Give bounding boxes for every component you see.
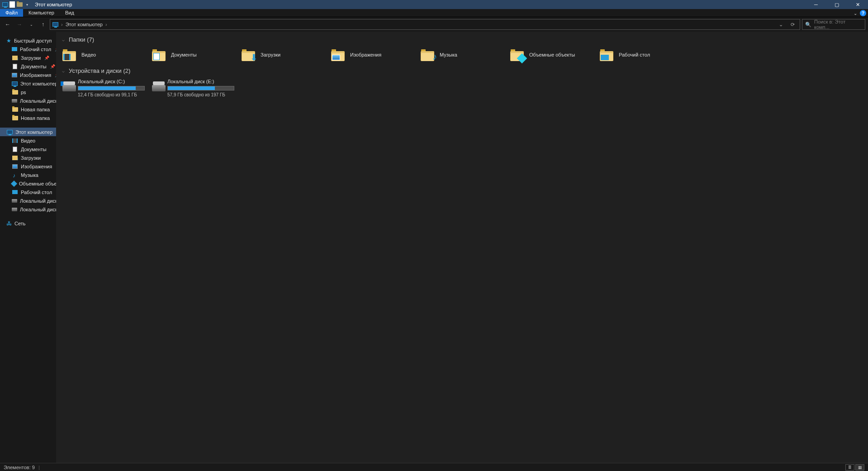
tree-this-pc[interactable]: Этот компьютер — [0, 128, 56, 136]
drive-icon — [12, 98, 17, 104]
tree-item[interactable]: Этот компьютер — [0, 79, 56, 88]
tree-item[interactable]: Документы — [0, 145, 56, 153]
qat-newfolder-icon[interactable] — [16, 1, 23, 8]
tree-item[interactable]: Документы 📌 — [0, 62, 56, 71]
tree-label: Изображения — [20, 72, 51, 78]
folder-item[interactable]: Объемные объекты — [507, 46, 596, 64]
folder-label: Музыка — [440, 52, 457, 57]
pin-icon: 📌 — [50, 64, 55, 69]
chevron-down-icon[interactable]: ⌵ — [61, 37, 66, 42]
folder-item[interactable]: ♪ Музыка — [417, 46, 507, 64]
folder-item[interactable]: Изображения — [327, 46, 417, 64]
close-button[interactable]: ✕ — [847, 0, 868, 9]
folder-item[interactable]: ⬇ Загрузки — [238, 46, 327, 64]
recent-dropdown-icon[interactable]: ⌄ — [26, 19, 36, 29]
drive-free-text: 12,4 ГБ свободно из 99,1 ГБ — [78, 92, 145, 97]
view-large-button[interactable]: ▦ — [855, 464, 864, 471]
group-drives-header[interactable]: ⌵ Устройства и диски (2) — [59, 66, 868, 77]
folder-label: Рабочий стол — [619, 52, 650, 57]
tree-label: Изображения — [21, 164, 52, 169]
address-dropdown-icon[interactable]: ⌄ — [775, 19, 786, 29]
group-folders-header[interactable]: ⌵ Папки (7) — [59, 34, 868, 46]
folder-icon — [12, 115, 18, 121]
pic-icon — [12, 72, 17, 78]
refresh-icon[interactable]: ⟳ — [787, 19, 798, 29]
chevron-down-icon[interactable]: ⌵ — [61, 68, 66, 73]
menu-computer[interactable]: Компьютер — [23, 9, 60, 17]
tree-label: Загрузки — [21, 55, 41, 61]
video-icon — [12, 138, 18, 144]
tree-label: Локальный диск (E — [20, 207, 56, 212]
chevron-right-icon[interactable]: › — [61, 22, 63, 27]
qat-properties-icon[interactable] — [9, 1, 15, 8]
search-placeholder: Поиск в: Этот комп... — [814, 19, 862, 30]
star-icon: ★ — [6, 38, 11, 44]
tree-item[interactable]: Изображения — [0, 162, 56, 171]
tree-item[interactable]: Новая папка — [0, 105, 56, 114]
download-icon — [12, 55, 18, 61]
drive-icon — [152, 81, 163, 92]
tree-item[interactable]: Загрузки 📌 — [0, 53, 56, 62]
monitor-icon — [12, 81, 18, 87]
ribbon-expand-icon[interactable]: ⌄ — [854, 11, 857, 16]
tree-item[interactable]: Новая папка — [0, 114, 56, 122]
folder-icon — [12, 89, 18, 95]
tree-label: Рабочий стол — [21, 190, 52, 195]
qat-dropdown-icon[interactable]: ▾ — [24, 1, 30, 8]
folder-item[interactable]: Видео — [59, 46, 148, 64]
tree-item[interactable]: Локальный диск (E — [0, 205, 56, 214]
tree-item[interactable]: ♪ Музыка — [0, 171, 56, 179]
doc-icon — [12, 146, 18, 152]
network-icon: 🖧 — [6, 220, 12, 227]
tree-item[interactable]: Локальный диск (C — [0, 196, 56, 205]
menu-view[interactable]: Вид — [60, 9, 80, 17]
tree-item[interactable]: ps — [0, 88, 56, 96]
pin-icon: 📌 — [44, 56, 49, 60]
tree-item[interactable]: Рабочий стол — [0, 188, 56, 196]
tree-label: Объемные объекты — [19, 181, 56, 186]
maximize-button[interactable]: ▢ — [826, 0, 847, 9]
address-location[interactable]: Этот компьютер — [66, 22, 103, 27]
folder-icon — [152, 48, 166, 61]
tree-item[interactable]: Загрузки — [0, 153, 56, 162]
up-button[interactable]: ↑ — [38, 19, 48, 29]
tree-item[interactable]: Объемные объекты — [0, 179, 56, 188]
drive-item[interactable]: Локальный диск (E:) 57,9 ГБ свободно из … — [148, 77, 238, 99]
folder-icon — [510, 48, 525, 61]
address-bar[interactable]: › Этот компьютер › ⌄ ⟳ — [50, 19, 800, 30]
folder-icon: ⬇ — [242, 48, 256, 61]
tree-item[interactable]: Локальный диск (E — [0, 96, 56, 105]
tree-label: Новая папка — [21, 115, 50, 121]
drive-icon — [12, 206, 17, 213]
tree-network[interactable]: 🖧 Сеть — [0, 219, 56, 228]
3d-icon — [12, 181, 16, 187]
tree-quick-access[interactable]: ★ Быстрый доступ — [0, 36, 56, 45]
chevron-right-icon[interactable]: › — [105, 22, 107, 27]
help-icon[interactable]: ? — [860, 10, 866, 16]
content-pane: ⌵ Папки (7) Видео Документы ⬇ Загрузки — [56, 32, 868, 463]
view-details-button[interactable]: ≣ — [845, 464, 854, 471]
tree-label: Этот компьютер — [15, 129, 52, 135]
search-box[interactable]: 🔍 Поиск в: Этот комп... — [802, 19, 865, 30]
tree-label: Локальный диск (C — [20, 198, 56, 204]
tree-label: ps — [21, 90, 26, 95]
tree-label: Быстрый доступ — [14, 38, 52, 43]
tree-item[interactable]: Рабочий стол 📌 — [0, 45, 56, 53]
group-title: Папки (7) — [69, 36, 94, 43]
back-button[interactable]: ← — [3, 19, 13, 29]
window-title: Этот компьютер — [32, 2, 72, 7]
menu-file[interactable]: Файл — [0, 9, 23, 17]
tree-label: Новая папка — [21, 107, 50, 112]
folder-label: Изображения — [350, 52, 381, 57]
tree-label: Сеть — [14, 221, 25, 226]
drive-item[interactable]: Локальный диск (C:) 12,4 ГБ свободно из … — [59, 77, 148, 99]
nav-toolbar: ← → ⌄ ↑ › Этот компьютер › ⌄ ⟳ 🔍 Поиск в… — [0, 17, 868, 32]
tree-item[interactable]: Видео — [0, 136, 56, 145]
folder-item[interactable]: Документы — [148, 46, 238, 64]
forward-button[interactable]: → — [14, 19, 24, 29]
tree-item[interactable]: Изображения 📌 — [0, 71, 56, 79]
minimize-button[interactable]: ─ — [806, 0, 826, 9]
tree-label: Документы — [21, 64, 47, 69]
address-icon — [52, 21, 58, 28]
folder-item[interactable]: Рабочий стол — [596, 46, 686, 64]
